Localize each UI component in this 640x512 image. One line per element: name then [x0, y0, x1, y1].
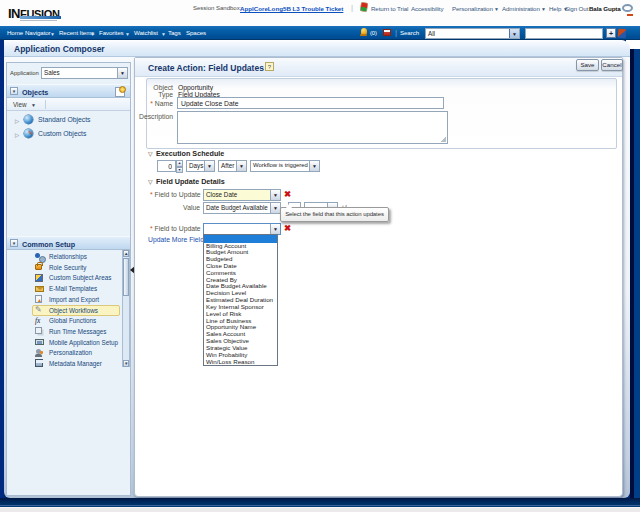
- search-input[interactable]: [525, 28, 603, 39]
- resize-handle-icon[interactable]: [441, 137, 446, 142]
- field-dropdown-list[interactable]: Billing AccountBudget AmountBudgetedClos…: [203, 234, 278, 366]
- dropdown-options: Billing AccountBudget AmountBudgetedClos…: [204, 243, 277, 366]
- object-label: Object: [147, 84, 173, 91]
- import-export-icon: [35, 295, 42, 303]
- sidebar-item-run-time-messages[interactable]: Run Time Messages: [49, 328, 106, 335]
- sandbox-flag-icon: [360, 3, 367, 12]
- help-icon[interactable]: ?: [265, 62, 274, 71]
- value-select[interactable]: Date Budget Available▼: [203, 202, 281, 214]
- new-object-icon[interactable]: [115, 87, 125, 97]
- field-tooltip: Select the field that this action update…: [280, 207, 389, 222]
- search-label: Search: [400, 29, 419, 36]
- administration-menu[interactable]: Administration: [502, 5, 540, 12]
- page-title: Application Composer: [14, 44, 105, 54]
- schedule-unit-select[interactable]: Days▼: [186, 160, 215, 172]
- scroll-up-icon[interactable]: ▲: [123, 250, 129, 257]
- tooltip-pointer: [286, 204, 292, 208]
- standard-objects-expand-icon[interactable]: ▷: [15, 118, 19, 124]
- common-setup-collapse-icon[interactable]: ▾: [10, 239, 18, 247]
- tree-item-custom-objects[interactable]: Custom Objects: [38, 130, 86, 137]
- description-label: Description: [133, 113, 173, 120]
- cancel-button[interactable]: Cancel: [601, 59, 623, 71]
- update-more-fields-link[interactable]: Update More Fields: [148, 236, 207, 243]
- search-add-button[interactable]: +: [606, 28, 616, 38]
- sidebar-item-relationships[interactable]: Relationships: [49, 253, 87, 260]
- search-scope-value: All: [426, 29, 509, 38]
- sidebar-item-object-workflows[interactable]: Object Workflows: [49, 307, 98, 314]
- application-select[interactable]: Sales ▼: [41, 67, 128, 79]
- execution-schedule-collapse-icon[interactable]: ▽: [148, 150, 153, 157]
- accessibility-link[interactable]: Accessibility: [411, 5, 443, 12]
- sandbox-label: Session Sandbox:: [193, 5, 241, 11]
- personalization-caret-icon: ▼: [494, 6, 499, 12]
- schedule-trigger-caret-icon: ▼: [309, 161, 319, 171]
- stepper-down-icon[interactable]: ▼: [176, 167, 183, 174]
- search-scope-caret-icon: ▼: [509, 29, 519, 38]
- sidebar-item-personalization[interactable]: Personalization: [49, 349, 92, 356]
- sign-out-link[interactable]: Sign Out: [565, 5, 588, 12]
- objects-section-header[interactable]: ▾ Objects: [7, 84, 130, 98]
- field-to-update-caret-1-icon: ▼: [270, 190, 280, 200]
- search-go-icon[interactable]: [618, 28, 627, 38]
- scroll-thumb[interactable]: [123, 258, 129, 296]
- nav-recent-items[interactable]: Recent Items: [59, 29, 94, 36]
- nav-spaces[interactable]: Spaces: [186, 29, 206, 36]
- page-content: Application Composer Application Sales ▼…: [4, 40, 630, 498]
- notifications-bell-icon[interactable]: [360, 28, 367, 36]
- field-to-update-value-2: [204, 224, 270, 234]
- page-frame: Application Composer Application Sales ▼…: [0, 40, 640, 507]
- delete-row-1-icon[interactable]: ✖: [284, 189, 291, 199]
- action-form-box: Object Opportunity Type Field Updates * …: [146, 78, 617, 149]
- nav-home[interactable]: Home: [7, 29, 23, 36]
- user-name: Bala Gupta: [589, 5, 621, 12]
- schedule-number-stepper[interactable]: ▲▼: [176, 160, 183, 172]
- field-to-update-caret-2-icon: ▼: [270, 224, 280, 234]
- sidebar-scrollbar[interactable]: ▲ ▼: [122, 249, 130, 367]
- tree-item-standard-objects[interactable]: Standard Objects: [38, 116, 91, 123]
- calendar-icon[interactable]: [383, 29, 391, 36]
- common-setup-list: Relationships Role Security Custom Subje…: [7, 251, 122, 436]
- personalization-menu[interactable]: Personalization: [452, 5, 493, 12]
- nav-watchlist[interactable]: Watchlist: [134, 29, 158, 36]
- delete-row-2-icon[interactable]: ✖: [284, 223, 291, 233]
- sidebar-item-email-templates[interactable]: E-Mail Templates: [49, 285, 97, 292]
- sidebar-item-import-export[interactable]: Import and Export: [49, 296, 99, 303]
- description-textarea[interactable]: [177, 111, 448, 144]
- global-header: INFUSION Session Sandbox: ApplCoreLong5B…: [0, 0, 640, 26]
- field-update-collapse-icon[interactable]: ▽: [148, 178, 153, 185]
- schedule-number-input[interactable]: [157, 160, 176, 172]
- sidebar-item-custom-subject-areas[interactable]: Custom Subject Areas: [49, 274, 111, 281]
- schedule-trigger-value: Workflow is triggered: [251, 161, 309, 171]
- field-to-update-select-1[interactable]: Close Date▼: [203, 189, 281, 201]
- scroll-down-icon[interactable]: ▼: [123, 360, 129, 367]
- bottom-strip: [0, 507, 640, 512]
- objects-collapse-icon[interactable]: ▾: [10, 87, 18, 95]
- objects-header-label: Objects: [22, 88, 48, 97]
- sidebar-item-mobile-application-setup[interactable]: Mobile Application Setup: [49, 339, 118, 346]
- return-to-trial-link[interactable]: Return to Trial: [371, 5, 408, 12]
- schedule-trigger-select[interactable]: Workflow is triggered▼: [250, 160, 320, 172]
- dropdown-option[interactable]: Win/Loss Reason: [204, 359, 277, 366]
- schedule-when-select[interactable]: After▼: [218, 160, 247, 172]
- custom-objects-expand-icon[interactable]: ▷: [15, 132, 19, 138]
- view-menu[interactable]: View: [13, 101, 27, 108]
- name-input[interactable]: [177, 97, 444, 109]
- sidebar-item-metadata-manager[interactable]: Metadata Manager: [49, 360, 102, 367]
- nav-favorites[interactable]: Favorites: [99, 29, 124, 36]
- sidebar-item-global-functions[interactable]: Global Functions: [49, 317, 96, 324]
- help-menu[interactable]: Help: [549, 5, 561, 12]
- value-label: Value: [150, 204, 200, 211]
- name-label: * Name: [133, 100, 173, 107]
- application-window: INFUSION Session Sandbox: ApplCoreLong5B…: [0, 0, 640, 512]
- sandbox-link[interactable]: ApplCoreLong5B L3 Trouble Ticket: [240, 5, 343, 12]
- nav-navigator[interactable]: Navigator: [25, 29, 51, 36]
- search-scope-select[interactable]: All ▼: [425, 28, 520, 39]
- nav-tags[interactable]: Tags: [168, 29, 181, 36]
- save-button[interactable]: Save: [576, 59, 599, 71]
- object-workflows-icon: ✎: [35, 305, 44, 314]
- logo-underline-2: [20, 20, 57, 21]
- sidebar-item-role-security[interactable]: Role Security: [49, 264, 86, 271]
- schedule-when-value: After: [219, 161, 236, 171]
- create-action-title: Create Action: Field Updates: [148, 63, 264, 73]
- common-setup-section-header[interactable]: ▾ Common Setup: [7, 236, 130, 250]
